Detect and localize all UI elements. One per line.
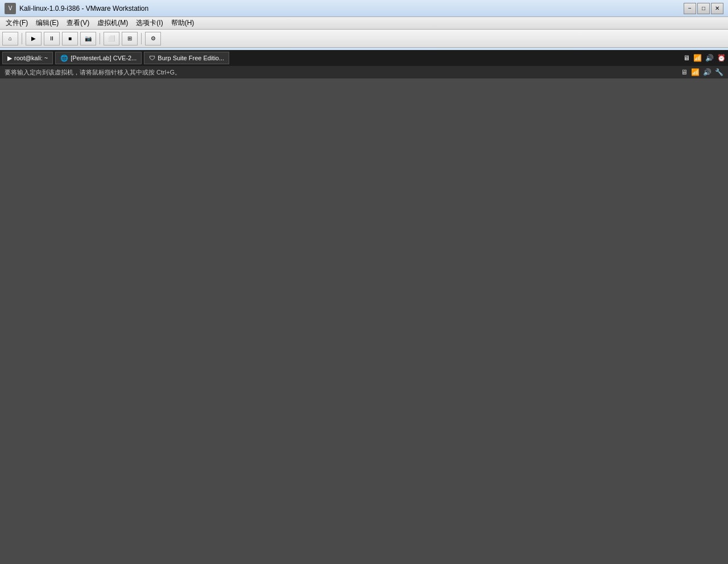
vm-status-message: 要将输入定向到该虚拟机，请将鼠标指针移入其中或按 Ctrl+G。 [5, 68, 181, 77]
taskbar-firefox-icon: 🌐 [60, 55, 68, 62]
toolbar-prefs-btn[interactable]: ⚙ [145, 32, 161, 45]
vmware-menu-edit[interactable]: 编辑(E) [32, 17, 62, 29]
vmware-menu-help[interactable]: 帮助(H) [168, 17, 198, 29]
toolbar-full-btn[interactable]: ⬜ [104, 32, 119, 45]
vmware-window-controls: − □ ✕ [684, 3, 723, 14]
toolbar-power-btn[interactable]: ▶ [26, 32, 42, 45]
vmware-menubar: 文件(F) 编辑(E) 查看(V) 虚拟机(M) 选项卡(I) 帮助(H) [0, 17, 728, 30]
toolbar-home-btn[interactable]: ⌂ [2, 32, 18, 45]
taskbar-tray-icon4: ⏰ [717, 54, 726, 62]
taskbar-systray: 🖥 📶 🔊 ⏰ [683, 54, 726, 62]
taskbar-item-firefox[interactable]: 🌐 [PentesterLab] CVE-2... [55, 52, 142, 64]
taskbar-tray-icon3: 🔊 [705, 54, 714, 62]
taskbar-terminal-label: root@kali: ~ [14, 55, 48, 61]
vm-status-icon2: 📶 [691, 68, 700, 76]
taskbar-terminal-icon: ▶ [7, 55, 12, 62]
taskbar-tray-icon1: 🖥 [683, 54, 690, 62]
vmware-toolbar: ⌂ ▶ ⏸ ■ 📷 ⬜ ⊞ ⚙ [0, 30, 728, 48]
vmware-menu-file[interactable]: 文件(F) [2, 17, 31, 29]
vm-area: Applications Places ► Fri Oct 10, 11:37 … [0, 63, 728, 78]
vmware-menu-view[interactable]: 查看(V) [63, 17, 93, 29]
vmware-title: Kali-linux-1.0.9-i386 - VMware Workstati… [19, 5, 684, 13]
vmware-maximize-btn[interactable]: □ [697, 3, 710, 14]
toolbar-snapshot-btn[interactable]: 📷 [80, 32, 96, 45]
toolbar-pause-btn[interactable]: ⏸ [44, 32, 60, 45]
toolbar-stop-btn[interactable]: ■ [62, 32, 78, 45]
taskbar-burp-label: Burp Suite Free Editio... [158, 55, 224, 61]
toolbar-sep3 [141, 33, 142, 44]
vm-status-icon4: 🔧 [715, 68, 723, 76]
vmware-menu-vm[interactable]: 虚拟机(M) [94, 17, 131, 29]
vm-statusbar-right: 🖥 📶 🔊 🔧 [681, 68, 723, 76]
taskbar-tray-icon2: 📶 [693, 54, 702, 62]
taskbar-burp-icon: 🛡 [149, 55, 155, 61]
vmware-minimize-btn[interactable]: − [684, 3, 696, 14]
taskbar-firefox-label: [PentesterLab] CVE-2... [71, 55, 136, 61]
toolbar-unity-btn[interactable]: ⊞ [122, 32, 138, 45]
vm-status-icon1: 🖥 [681, 68, 688, 76]
taskbar-item-terminal[interactable]: ▶ root@kali: ~ [2, 52, 53, 64]
toolbar-sep2 [100, 33, 100, 44]
vmware-titlebar: V Kali-linux-1.0.9-i386 - VMware Worksta… [0, 0, 728, 17]
vmware-menu-tabs[interactable]: 选项卡(I) [133, 17, 166, 29]
vm-status-icon3: 🔊 [703, 68, 712, 76]
vm-statusbar: 要将输入定向到该虚拟机，请将鼠标指针移入其中或按 Ctrl+G。 🖥 📶 🔊 🔧 [0, 66, 728, 78]
vmware-close-btn[interactable]: ✕ [711, 3, 723, 14]
vmware-logo: V [5, 3, 16, 14]
taskbar-item-burp[interactable]: 🛡 Burp Suite Free Editio... [144, 52, 229, 64]
toolbar-sep1 [22, 33, 22, 44]
vmware-window: V Kali-linux-1.0.9-i386 - VMware Worksta… [0, 0, 728, 78]
kali-taskbar: ▶ root@kali: ~ 🌐 [PentesterLab] CVE-2...… [0, 50, 728, 66]
